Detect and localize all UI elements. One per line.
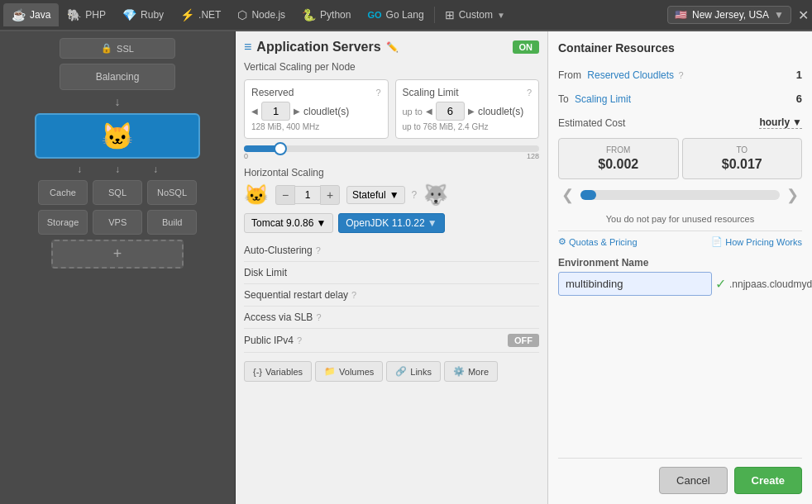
public-ipv4-help-icon[interactable]: ? (297, 335, 302, 345)
reserved-decrement[interactable]: ◀ (251, 107, 258, 116)
scaling-decrement[interactable]: ◀ (426, 107, 432, 116)
tab-nodejs[interactable]: ⬡ Node.js (229, 3, 294, 26)
section-title: Application Servers (256, 40, 380, 55)
server-selector-row: Tomcat 9.0.86 ▼ OpenJDK 11.0.22 ▼ (244, 213, 539, 233)
scaling-sub: up to 768 MiB, 2.4 GHz (403, 122, 533, 131)
tab-java[interactable]: ☕ Java (3, 3, 59, 26)
right-arrow-icon: ↓ (153, 164, 158, 175)
center-arrow-icon: ↓ (115, 164, 120, 175)
down-arrow-icon: ↓ (115, 95, 121, 108)
usage-prev-icon[interactable]: ❮ (558, 186, 577, 204)
more-button[interactable]: ⚙️ More (444, 361, 498, 382)
net-icon: ⚡ (180, 8, 194, 21)
public-ipv4-row: Public IPv4 ? OFF (244, 329, 539, 353)
variables-button[interactable]: {-} Variables (244, 361, 312, 382)
tab-lang[interactable]: GO Go Lang (359, 4, 432, 26)
more-icon: ⚙️ (453, 366, 465, 377)
reserved-help-icon[interactable]: ? (375, 88, 380, 97)
tab-php[interactable]: 🐘 PHP (59, 3, 114, 26)
cache-node[interactable]: Cache (38, 180, 88, 205)
cancel-button[interactable]: Cancel (659, 467, 727, 494)
build-node[interactable]: Build (147, 210, 197, 235)
python-icon: 🐍 (302, 8, 316, 21)
cloudlet-slider[interactable]: 0 128 (244, 145, 539, 160)
ssl-button[interactable]: 🔒 SSL (60, 38, 175, 59)
right-panel: Container Resources From Reserved Cloudl… (547, 31, 812, 504)
chevron-down-icon: ▼ (497, 11, 505, 20)
count-stepper[interactable]: − 1 + (275, 185, 340, 205)
toggle-on-button[interactable]: ON (513, 40, 540, 54)
from-reserved-label: From Reserved Cloudlets ? (558, 69, 684, 81)
disk-limit-row: Disk Limit (244, 262, 539, 284)
reserved-sub: 128 MiB, 400 MHz (251, 122, 381, 131)
nosql-node[interactable]: NoSQL (147, 180, 197, 205)
tomcat-dropdown-icon: ▼ (316, 217, 326, 229)
from-help-icon[interactable]: ? (678, 70, 683, 80)
pricing-links: ⚙ Quotas & Pricing 📄 How Pricing Works (558, 231, 802, 247)
usage-bar-row: ❮ ❯ (558, 186, 802, 204)
usage-next-icon[interactable]: ❯ (783, 186, 802, 204)
ruby-icon: 💎 (122, 8, 136, 21)
section-header: ≡ Application Servers ✏️ ON (244, 40, 539, 55)
usage-text: You do not pay for unused resources (558, 214, 802, 224)
price-to-box: TO $0.017 (682, 138, 803, 179)
scaling-increment[interactable]: ▶ (468, 107, 475, 116)
horizontal-scaling-title: Horizontal Scaling (244, 167, 539, 178)
reserved-increment[interactable]: ▶ (294, 107, 300, 116)
flag-icon: 🇺🇸 (675, 9, 687, 21)
close-window-icon[interactable]: ✕ (798, 7, 809, 23)
horizontal-scaling-row: 🐱 − 1 + Stateful ▼ ? 🐺 (244, 183, 539, 207)
domain-suffix: .nnjpaas.cloudmydc.com (729, 278, 812, 290)
jdk-version-selector[interactable]: OpenJDK 11.0.22 ▼ (338, 213, 444, 233)
tab-net[interactable]: ⚡ .NET (172, 3, 229, 26)
scaling-value[interactable]: 6 (436, 102, 465, 121)
balancing-button[interactable]: Balancing (60, 64, 175, 90)
vertical-scaling-label: Vertical Scaling per Node (244, 61, 539, 73)
add-node-button[interactable]: + (51, 240, 184, 269)
tomcat-main-node[interactable]: 🐱 (35, 113, 200, 159)
scaling-limit-box: Scaling Limit ? up to ◀ 6 ▶ cloudlet(s) … (395, 79, 540, 139)
env-name-section: Environment Name ✓ .nnjpaas.cloudmydc.co… (558, 257, 802, 296)
price-to-value: $0.017 (690, 157, 795, 172)
tab-ruby[interactable]: 💎 Ruby (114, 3, 172, 26)
storage-node[interactable]: Storage (38, 210, 88, 235)
how-pricing-works-link[interactable]: 📄 How Pricing Works (711, 236, 802, 247)
region-selector[interactable]: 🇺🇸 New Jersey, USA ▼ (667, 6, 791, 24)
access-slb-help-icon[interactable]: ? (316, 312, 321, 322)
tab-python[interactable]: 🐍 Python (294, 3, 359, 26)
auto-clustering-row: Auto-Clustering ? (244, 240, 539, 262)
env-name-input[interactable] (558, 272, 712, 296)
hourly-selector[interactable]: hourly ▼ (759, 116, 802, 129)
quotas-pricing-link[interactable]: ⚙ Quotas & Pricing (558, 236, 638, 247)
auto-clustering-help-icon[interactable]: ? (316, 245, 321, 255)
volumes-button[interactable]: 📁 Volumes (315, 361, 383, 382)
create-button[interactable]: Create (734, 467, 802, 494)
sequential-restart-help-icon[interactable]: ? (351, 290, 356, 300)
public-ipv4-toggle[interactable]: OFF (508, 334, 539, 347)
stateful-help-icon[interactable]: ? (412, 189, 418, 201)
storage-row: Cache SQL NoSQL (38, 180, 197, 205)
action-bar: {-} Variables 📁 Volumes 🔗 Links ⚙️ More (244, 356, 539, 387)
sql-node[interactable]: SQL (93, 180, 142, 205)
to-scaling-value: 6 (796, 93, 802, 105)
hourly-dropdown-icon: ▼ (792, 116, 802, 128)
jdk-dropdown-icon: ▼ (427, 217, 437, 229)
links-button[interactable]: 🔗 Links (386, 361, 441, 382)
java-icon: ☕ (12, 8, 26, 21)
edit-icon[interactable]: ✏️ (386, 41, 399, 53)
stepper-increment[interactable]: + (320, 185, 340, 205)
env-name-check-icon: ✓ (715, 276, 726, 292)
tab-bar: ☕ Java 🐘 PHP 💎 Ruby ⚡ .NET ⬡ Node.js 🐍 P… (0, 0, 812, 31)
stateful-dropdown-icon: ▼ (389, 189, 399, 201)
tab-custom[interactable]: ⊞ Custom ▼ (437, 3, 513, 26)
scaling-help-icon[interactable]: ? (527, 88, 532, 97)
stateful-select[interactable]: Stateful ▼ (346, 186, 405, 204)
vps-node[interactable]: VPS (93, 210, 142, 235)
env-name-title: Environment Name (558, 257, 802, 269)
nodejs-icon: ⬡ (237, 8, 247, 21)
reserved-value[interactable]: 1 (261, 102, 290, 121)
tomcat-version-selector[interactable]: Tomcat 9.0.86 ▼ (244, 213, 333, 233)
scaling-row: Reserved ? ◀ 1 ▶ cloudlet(s) 128 MiB, 40… (244, 79, 539, 139)
lang-icon: GO (367, 10, 381, 20)
stepper-decrement[interactable]: − (275, 185, 295, 205)
